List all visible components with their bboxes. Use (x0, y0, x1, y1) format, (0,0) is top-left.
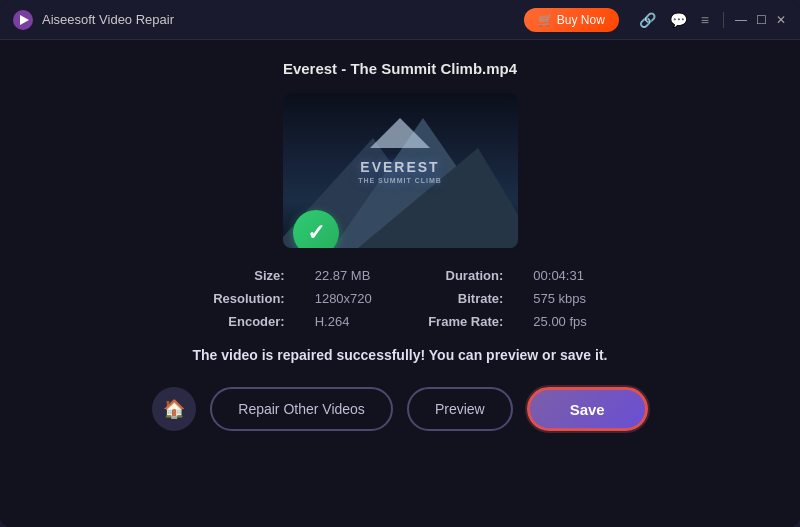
resolution-value: 1280x720 (315, 291, 385, 306)
encoder-label: Encoder: (200, 314, 285, 329)
action-buttons: 🏠 Repair Other Videos Preview Save (152, 387, 647, 431)
video-filename: Everest - The Summit Climb.mp4 (283, 60, 517, 77)
resolution-label: Resolution: (200, 291, 285, 306)
home-button[interactable]: 🏠 (152, 387, 196, 431)
app-title: Aiseesoft Video Repair (42, 12, 174, 27)
file-info-grid: Size: 22.87 MB Duration: 00:04:31 Resolu… (200, 268, 600, 329)
bitrate-label: Bitrate: (415, 291, 503, 306)
titlebar: Aiseesoft Video Repair 🛒 Buy Now 🔗 💬 ≡ —… (0, 0, 800, 40)
duration-value: 00:04:31 (533, 268, 600, 283)
chat-icon[interactable]: 💬 (666, 10, 691, 30)
video-thumbnail-wrapper: EVEREST THE SUMMIT CLIMB ✓ (283, 93, 518, 248)
maximize-button[interactable]: ☐ (754, 13, 768, 27)
buy-now-button[interactable]: 🛒 Buy Now (524, 8, 618, 32)
size-value: 22.87 MB (315, 268, 385, 283)
everest-overlay-text: EVEREST THE SUMMIT CLIMB (358, 158, 442, 183)
titlebar-right: 🛒 Buy Now 🔗 💬 ≡ — ☐ ✕ (524, 8, 788, 32)
menu-icon[interactable]: ≡ (697, 10, 713, 30)
close-button[interactable]: ✕ (774, 13, 788, 27)
titlebar-left: Aiseesoft Video Repair (12, 9, 174, 31)
framerate-value: 25.00 fps (533, 314, 600, 329)
separator (723, 12, 724, 28)
success-message: The video is repaired successfully! You … (193, 347, 608, 363)
home-icon: 🏠 (163, 398, 185, 420)
repair-others-button[interactable]: Repair Other Videos (210, 387, 393, 431)
link-icon[interactable]: 🔗 (635, 10, 660, 30)
minimize-button[interactable]: — (734, 13, 748, 27)
main-window: Aiseesoft Video Repair 🛒 Buy Now 🔗 💬 ≡ —… (0, 0, 800, 527)
encoder-value: H.264 (315, 314, 385, 329)
preview-button[interactable]: Preview (407, 387, 513, 431)
app-logo-icon (12, 9, 34, 31)
duration-label: Duration: (415, 268, 503, 283)
size-label: Size: (200, 268, 285, 283)
success-checkmark-badge: ✓ (293, 210, 339, 248)
framerate-label: Frame Rate: (415, 314, 503, 329)
bitrate-value: 575 kbps (533, 291, 600, 306)
titlebar-icons: 🔗 💬 ≡ — ☐ ✕ (635, 10, 788, 30)
save-button[interactable]: Save (527, 387, 648, 431)
main-content: Everest - The Summit Climb.mp4 EVEREST T… (0, 40, 800, 527)
